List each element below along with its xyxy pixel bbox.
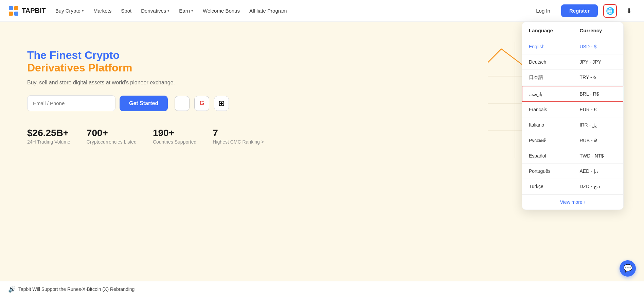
lang-cell-3[interactable]: پارسی xyxy=(522,86,573,101)
lang-cell-9[interactable]: Türkçe xyxy=(522,179,573,194)
stat-trading-volume: $26.25B+ 24H Trading Volume xyxy=(27,128,70,145)
download-button[interactable]: ⬇ xyxy=(622,4,636,18)
language-column-header: Language xyxy=(522,22,573,39)
lang-cell-6[interactable]: Русский xyxy=(522,133,573,148)
lang-cell-8[interactable]: Português xyxy=(522,164,573,179)
currency-cell-3[interactable]: BRL - R$ xyxy=(573,86,623,101)
currency-cell-9[interactable]: DZD - د.ج xyxy=(573,179,624,194)
svg-rect-0 xyxy=(9,6,13,10)
qr-icon: ⊞ xyxy=(218,99,225,108)
currency-column-header: Currency xyxy=(573,22,624,39)
nav-markets[interactable]: Markets xyxy=(93,8,111,14)
nav-spot[interactable]: Spot xyxy=(121,8,131,14)
currency-cell-2[interactable]: TRY - ₺ xyxy=(573,70,624,85)
currency-cell-0[interactable]: USD - $ xyxy=(573,39,624,54)
lang-cell-4[interactable]: Français xyxy=(522,102,573,117)
nav-right: Log In Register 🌐 ⬇ xyxy=(531,4,636,18)
hero-left: The Finest Crypto Derivatives Platform B… xyxy=(27,42,488,145)
lang-row-0: EnglishUSD - $ xyxy=(522,39,623,54)
nav-derivatives[interactable]: Derivatives ▾ xyxy=(141,8,169,14)
stat-countries: 190+ Countries Supported xyxy=(153,128,196,145)
buy-crypto-chevron: ▾ xyxy=(82,9,84,13)
logo[interactable]: TAPBIT xyxy=(8,5,46,16)
apple-app-button[interactable] xyxy=(175,96,190,111)
nav-buy-crypto[interactable]: Buy Crypto ▾ xyxy=(55,8,84,14)
currency-cell-6[interactable]: RUB - ₽ xyxy=(573,133,624,148)
login-button[interactable]: Log In xyxy=(531,5,556,16)
currency-cell-1[interactable]: JPY - JPY xyxy=(573,54,624,69)
lang-row-9: TürkçeDZD - د.ج xyxy=(522,179,623,194)
lang-row-5: ItalianoIRR - ﷼ xyxy=(522,117,623,133)
lang-row-2: 日本語TRY - ₺ xyxy=(522,70,623,86)
svg-rect-1 xyxy=(14,6,18,10)
hero-input-row: Get Started G ⊞ xyxy=(27,95,488,111)
currency-cell-8[interactable]: AED - د.إ xyxy=(573,164,624,179)
hero-stats: $26.25B+ 24H Trading Volume 700+ Cryptoc… xyxy=(27,128,488,145)
chevron-right-icon: › xyxy=(584,199,586,205)
currency-cell-4[interactable]: EUR - € xyxy=(573,102,624,117)
tapbit-logo-icon xyxy=(8,5,19,16)
lang-row-7: EspañolTWD - NT$ xyxy=(522,148,623,164)
lang-rows: EnglishUSD - $DeutschJPY - JPY日本語TRY - ₺… xyxy=(522,39,623,194)
lang-row-3: پارسیBRL - R$ xyxy=(522,86,624,102)
google-icon: G xyxy=(199,100,204,107)
currency-cell-7[interactable]: TWD - NT$ xyxy=(573,148,624,163)
earn-chevron: ▾ xyxy=(191,9,193,13)
hero-apps: G ⊞ xyxy=(175,96,229,111)
brand-name: TAPBIT xyxy=(22,7,46,15)
stat-cryptos-listed: 700+ Cryptocurrencies Listed xyxy=(87,128,137,145)
nav-affiliate[interactable]: Affiliate Program xyxy=(249,8,287,14)
svg-rect-3 xyxy=(14,12,18,16)
nav-left: TAPBIT Buy Crypto ▾ Markets Spot Derivat… xyxy=(8,5,287,16)
nav-earn[interactable]: Earn ▾ xyxy=(179,8,193,14)
qr-button[interactable]: ⊞ xyxy=(214,96,229,111)
lang-cell-5[interactable]: Italiano xyxy=(522,117,573,133)
google-app-button[interactable]: G xyxy=(194,96,209,111)
lang-row-6: РусскийRUB - ₽ xyxy=(522,133,623,148)
get-started-button[interactable]: Get Started xyxy=(120,96,168,111)
hero-subtitle: Buy, sell and store digital assets at wo… xyxy=(27,80,488,86)
stat-cmc-ranking[interactable]: 7 Highest CMC Ranking > xyxy=(213,128,264,145)
globe-icon: 🌐 xyxy=(606,7,614,15)
lang-cell-1[interactable]: Deutsch xyxy=(522,54,573,69)
lang-cell-7[interactable]: Español xyxy=(522,148,573,163)
email-phone-input[interactable] xyxy=(27,95,115,111)
view-more-button[interactable]: View more › xyxy=(522,194,623,210)
lang-row-1: DeutschJPY - JPY xyxy=(522,54,623,70)
hero-title: The Finest Crypto Derivatives Platform xyxy=(27,49,488,74)
lang-row-4: FrançaisEUR - € xyxy=(522,102,623,117)
panel-header: Language Currency xyxy=(522,22,623,39)
globe-button[interactable]: 🌐 xyxy=(603,4,617,18)
nav-welcome-bonus[interactable]: Welcome Bonus xyxy=(203,8,240,14)
currency-cell-5[interactable]: IRR - ﷼ xyxy=(573,117,624,133)
svg-rect-2 xyxy=(9,12,13,16)
navbar: TAPBIT Buy Crypto ▾ Markets Spot Derivat… xyxy=(0,0,644,22)
lang-row-8: PortuguêsAED - د.إ xyxy=(522,164,623,179)
download-icon: ⬇ xyxy=(626,7,632,15)
lang-cell-0[interactable]: English xyxy=(522,39,573,54)
register-button[interactable]: Register xyxy=(561,4,598,17)
lang-cell-2[interactable]: 日本語 xyxy=(522,70,573,85)
language-currency-panel: Language Currency EnglishUSD - $DeutschJ… xyxy=(522,22,624,210)
derivatives-chevron: ▾ xyxy=(167,9,169,13)
